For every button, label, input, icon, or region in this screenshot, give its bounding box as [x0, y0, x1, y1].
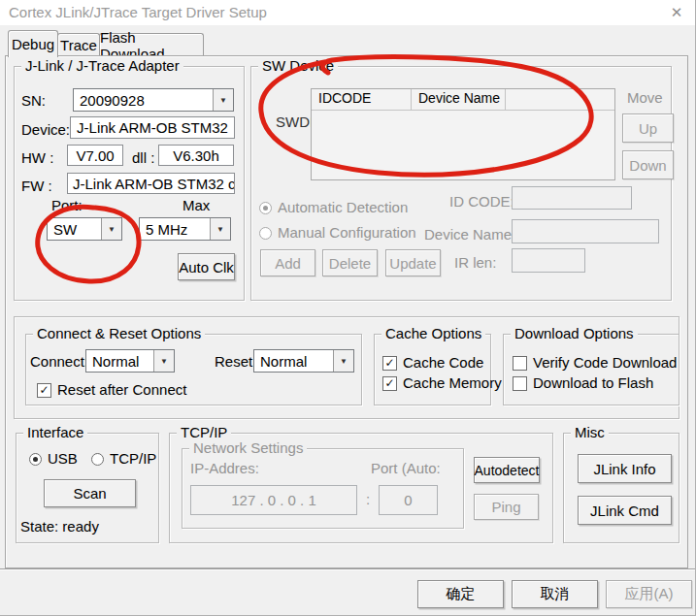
reset-after-connect-label: Reset after Connect	[57, 382, 186, 398]
jlink-info-button-label: JLink Info	[593, 461, 655, 477]
device-name-label: Device Name:	[424, 226, 515, 243]
cache-code-label: Cache Code	[403, 355, 483, 371]
chevron-down-icon[interactable]: ▼	[213, 89, 233, 111]
tcp-port-field: 0	[379, 485, 438, 515]
max-speed-combobox[interactable]: 5 MHz ▼	[139, 217, 231, 241]
chevron-down-icon[interactable]: ▼	[101, 218, 121, 240]
chevron-down-icon[interactable]: ▼	[333, 350, 353, 372]
cache-options-group-legend: Cache Options	[381, 325, 485, 342]
checkbox-box[interactable]: ✓	[37, 383, 51, 398]
update-button: Update	[385, 249, 441, 276]
checkbox-box[interactable]: ✓	[382, 376, 397, 391]
radio-circle[interactable]	[29, 453, 42, 466]
reset-value: Normal	[254, 352, 333, 370]
sw-device-group-legend: SW Device	[258, 57, 338, 75]
chevron-down-icon[interactable]: ▼	[153, 350, 174, 372]
ok-button[interactable]: 确定	[417, 580, 504, 608]
connect-combobox[interactable]: Normal ▼	[85, 349, 175, 373]
tab-flash-download[interactable]: Flash Download	[99, 33, 204, 56]
id-code-label: ID CODE:	[449, 193, 514, 211]
ir-len-field	[512, 248, 585, 273]
download-to-flash-label: Download to Flash	[533, 375, 653, 391]
update-button-label: Update	[389, 255, 436, 272]
cache-memory-checkbox[interactable]: ✓ Cache Memory	[382, 375, 502, 391]
tab-debug[interactable]: Debug	[8, 30, 58, 57]
tcpip-radio-label: TCP/IP	[110, 451, 156, 467]
jlink-info-button[interactable]: JLink Info	[578, 454, 672, 483]
move-label: Move	[627, 89, 663, 107]
checkbox-box[interactable]	[513, 376, 527, 391]
usb-radio-label: USB	[48, 451, 78, 467]
dll-label: dll :	[132, 149, 154, 167]
sn-combobox[interactable]: 20090928 ▼	[73, 88, 234, 112]
hw-label: HW :	[21, 149, 53, 167]
apply-button: 应用(A)	[606, 580, 692, 608]
autodetect-button-label: Autodetect	[475, 463, 540, 478]
connect-reset-group-legend: Connect & Reset Options	[33, 325, 205, 342]
reset-combobox[interactable]: Normal ▼	[253, 349, 354, 373]
autodetect-button[interactable]: Autodetect	[474, 457, 540, 483]
automatic-detection-label: Automatic Detection	[278, 200, 408, 215]
delete-button: Delete	[322, 249, 378, 276]
misc-group: Misc	[563, 433, 679, 543]
manual-configuration-radio: Manual Configuration	[259, 225, 416, 241]
radio-circle	[259, 202, 272, 214]
tab-trace[interactable]: Trace	[57, 33, 100, 56]
download-to-flash-checkbox[interactable]: Download to Flash	[513, 375, 653, 391]
sw-device-table-header: IDCODE Device Name	[312, 89, 614, 111]
verify-code-download-checkbox[interactable]: Verify Code Download	[513, 355, 677, 371]
fw-field: J-Link ARM-OB STM32 comp	[67, 173, 235, 194]
port-combobox[interactable]: SW ▼	[47, 217, 122, 241]
checkbox-box[interactable]: ✓	[382, 356, 397, 371]
tab-debug-label: Debug	[12, 36, 54, 52]
tcpip-radio[interactable]: TCP/IP	[91, 451, 156, 467]
download-options-group-legend: Download Options	[511, 325, 638, 342]
window-title: Cortex JLink/JTrace Target Driver Setup	[9, 4, 267, 20]
adapter-group-legend: J-Link / J-Trace Adapter	[21, 57, 183, 75]
apply-button-label: 应用(A)	[625, 585, 674, 603]
close-button[interactable]: ✕	[664, 2, 689, 23]
add-button-label: Add	[275, 255, 301, 272]
checkbox-box[interactable]	[513, 356, 527, 371]
delete-button-label: Delete	[329, 255, 371, 272]
automatic-detection-radio: Automatic Detection	[259, 200, 408, 215]
id-code-field	[512, 186, 632, 210]
close-icon: ✕	[671, 4, 683, 21]
column-header-empty	[506, 89, 614, 110]
state-text: State: ready	[20, 518, 99, 535]
port-value: SW	[48, 220, 101, 238]
title-bar: Cortex JLink/JTrace Target Driver Setup …	[0, 0, 695, 25]
swdio-label: SWDI	[276, 113, 314, 131]
move-up-button: Up	[622, 113, 674, 143]
auto-clk-button[interactable]: Auto Clk	[178, 253, 235, 280]
usb-radio[interactable]: USB	[29, 451, 78, 467]
column-header-idcode: IDCODE	[312, 89, 412, 110]
device-field: J-Link ARM-OB STM32	[70, 116, 235, 139]
radio-circle[interactable]	[91, 453, 104, 466]
verify-code-download-label: Verify Code Download	[533, 355, 677, 371]
device-value: J-Link ARM-OB STM32	[77, 119, 228, 136]
tab-trace-label: Trace	[60, 37, 97, 53]
cache-code-checkbox[interactable]: ✓ Cache Code	[382, 355, 483, 371]
move-down-button-label: Down	[629, 157, 666, 174]
footer-separator	[0, 568, 696, 570]
sw-device-table: IDCODE Device Name	[311, 88, 615, 180]
chevron-down-icon[interactable]: ▼	[210, 218, 230, 240]
cancel-button[interactable]: 取消	[512, 580, 598, 608]
reset-after-connect-checkbox[interactable]: ✓ Reset after Connect	[37, 382, 186, 398]
move-up-button-label: Up	[639, 120, 657, 137]
misc-group-legend: Misc	[571, 424, 609, 441]
scan-button[interactable]: Scan	[44, 479, 136, 507]
dll-value: V6.30h	[173, 147, 219, 164]
max-speed-value: 5 MHz	[140, 220, 210, 238]
scan-button-label: Scan	[73, 485, 106, 502]
ip-port-colon: :	[366, 491, 370, 508]
ping-button: Ping	[474, 494, 539, 520]
jlink-cmd-button[interactable]: JLink Cmd	[578, 496, 672, 525]
connect-value: Normal	[86, 352, 153, 370]
hw-field: V7.00	[67, 145, 123, 166]
cache-memory-label: Cache Memory	[403, 375, 502, 391]
move-down-button: Down	[622, 150, 674, 179]
ping-button-label: Ping	[491, 499, 520, 515]
fw-label: FW :	[21, 178, 52, 195]
